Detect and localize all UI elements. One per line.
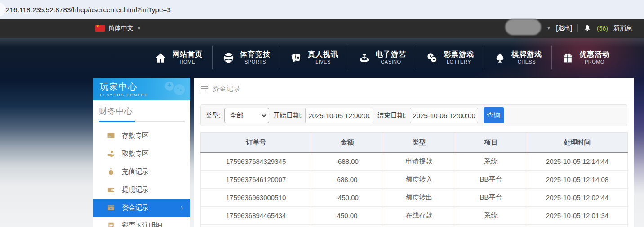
table-header-row: 订单号 金额 类型 项目 处理时间: [201, 133, 628, 153]
sidebar-header: 玩家中心 PLAYERS CENTER: [93, 78, 190, 100]
cell-process-time: 2025-10-05 12:14:08: [527, 171, 628, 189]
logout-button[interactable]: [退出]: [556, 24, 572, 32]
language-selector[interactable]: 简体中文 ▼: [95, 24, 141, 32]
sports-ball-icon: [222, 51, 235, 64]
nav-item-casino[interactable]: 电子游艺CASINO: [348, 46, 416, 69]
end-date-input[interactable]: [410, 108, 478, 123]
new-message-count[interactable]: (56): [597, 25, 608, 32]
user-chevron-down-icon[interactable]: ▼: [546, 26, 551, 31]
type-select-value: 全部: [230, 111, 243, 120]
spade-icon: [493, 51, 506, 64]
nav-label-zh: 体育竞技: [240, 50, 271, 59]
cell-process-time: 2025-10-05 12:14:44: [527, 153, 628, 171]
notification-bell-icon[interactable]: [583, 24, 591, 33]
sidebar-menu: 存款专区 取款专区 ¥ 充值记录 提现记录 资金记录 ›: [93, 127, 190, 227]
search-button[interactable]: 查询: [484, 107, 504, 123]
start-date-input[interactable]: [305, 108, 373, 123]
cell-item: 系统: [455, 153, 527, 171]
username-redacted-avatar[interactable]: [505, 19, 541, 35]
menu-icon[interactable]: [201, 86, 208, 91]
finance-section: 财务中心: [93, 100, 190, 122]
sidebar-item-label: 资金记录: [122, 204, 149, 212]
chevron-down-icon: ▼: [137, 26, 141, 31]
sidebar-item-fund-records[interactable]: 资金记录 ›: [93, 199, 190, 217]
sidebar-item-label: 充值记录: [122, 168, 149, 176]
cell-order-no: 1759637646120007: [201, 171, 311, 189]
table-row-partial: [201, 225, 628, 227]
cell-order-no: 1759637684329345: [201, 153, 311, 171]
header-type: 类型: [383, 133, 455, 153]
filter-bar: 类型: 全部 开始日期: 结束日期: 查询: [200, 104, 627, 126]
header-amount: 金额: [311, 133, 383, 153]
nav-label-en: HOME: [180, 59, 195, 65]
bank-card-icon: [107, 132, 115, 140]
sidebar-item-deposit[interactable]: 存款专区: [93, 127, 190, 145]
gift-icon: [561, 51, 574, 64]
sidebar-item-label: 彩票下注明细: [122, 222, 162, 227]
cell-type: 在线存款: [383, 207, 455, 225]
nav-item-chess[interactable]: 棋牌游戏CHESS: [484, 46, 552, 69]
header-process-time: 处理时间: [527, 133, 628, 153]
table-row: 1759637684329345 -688.00 申请提款 系统 2025-10…: [201, 153, 628, 171]
type-label: 类型:: [205, 111, 221, 120]
cell-item: 系统: [455, 207, 527, 225]
nav-item-lives[interactable]: 真人视讯LIVES: [280, 46, 348, 69]
sidebar-item-lottery-bet-details[interactable]: 彩票下注明细: [93, 217, 190, 227]
type-select[interactable]: 全部: [224, 108, 269, 123]
header-order-no: 订单号: [201, 133, 311, 153]
home-icon: [154, 51, 167, 64]
hand-money-icon: [107, 150, 115, 158]
browser-address-bar[interactable]: 216.118.235.52:8783/hhcp/usercenter.html…: [0, 0, 644, 19]
end-date-label: 结束日期:: [377, 111, 406, 120]
new-message-label[interactable]: 新消息: [613, 24, 632, 32]
sidebar-item-withdrawal-records[interactable]: 提现记录: [93, 181, 190, 199]
table-row: 1759636963000510 -450.00 额度转出 BB平台 2025-…: [201, 189, 628, 207]
nav-label-zh: 优惠活动: [579, 50, 610, 59]
fund-records-table: 订单号 金额 类型 项目 处理时间 1759637684329345 -688.…: [200, 132, 628, 227]
svg-text:¥: ¥: [111, 171, 112, 174]
lottery-balls-icon: [426, 51, 438, 64]
cell-type: 额度转出: [383, 189, 455, 207]
gamepad-icon: [162, 81, 186, 100]
cell-item: BB平台: [455, 171, 527, 189]
cell-amount: 450.00: [311, 207, 383, 225]
playing-cards-icon: [290, 51, 302, 64]
nav-item-sports[interactable]: 体育竞技SPORTS: [213, 46, 280, 69]
money-bag-icon: ¥: [107, 168, 115, 176]
nav-label-zh: 彩票游戏: [444, 50, 474, 59]
banknote-icon: [107, 204, 115, 212]
cell-type: 申请提款: [383, 153, 455, 171]
cell-amount: 688.00: [311, 171, 383, 189]
url-text[interactable]: 216.118.235.52:8783/hhcp/usercenter.html…: [6, 6, 171, 14]
sidebar-item-withdraw[interactable]: 取款专区: [93, 145, 190, 163]
browser-chrome-hint: [0, 3, 5, 16]
nav-label-zh: 网站首页: [172, 50, 203, 59]
site-top-bar: 简体中文 ▼ ▼ [退出] (56) 新消息: [0, 19, 644, 38]
nav-item-lottery[interactable]: 彩票游戏LOTTERY: [416, 46, 484, 69]
nav-item-home[interactable]: 网站首页HOME: [145, 46, 213, 69]
cell-order-no: 1759636963000510: [201, 189, 311, 207]
nav-label-en: CHESS: [518, 59, 536, 65]
breadcrumb-label: 资金记录: [212, 85, 241, 93]
nav-label-zh: 电子游艺: [376, 50, 406, 59]
chevron-right-icon: ›: [181, 204, 183, 212]
sidebar-item-label: 提现记录: [122, 186, 149, 194]
cell-item: BB平台: [455, 189, 527, 207]
wallet-icon: [107, 186, 115, 194]
main-content-panel: 资金记录 类型: 全部 开始日期: 结束日期: 查询 订单号 金额 类型 项目 …: [194, 78, 634, 227]
language-label: 简体中文: [108, 24, 133, 32]
cell-order-no: 1759636894465434: [201, 207, 311, 225]
sidebar-item-recharge-records[interactable]: ¥ 充值记录: [93, 163, 190, 181]
nav-label-zh: 真人视讯: [308, 50, 338, 59]
header-item: 项目: [455, 133, 527, 153]
nav-label-en: SPORTS: [244, 59, 266, 65]
main-navigation: 网站首页HOME 体育竞技SPORTS 真人视讯LIVES 电子游艺CASINO…: [145, 43, 619, 72]
cell-process-time: 2025-10-05 12:01:34: [527, 207, 628, 225]
finance-section-title: 财务中心: [99, 106, 185, 117]
nav-label-en: LIVES: [315, 59, 331, 65]
cell-amount: -688.00: [311, 153, 383, 171]
nav-label-en: LOTTERY: [447, 59, 471, 65]
cell-amount: -450.00: [311, 189, 383, 207]
nav-item-promo[interactable]: 优惠活动PROMO: [552, 46, 619, 69]
breadcrumb: 资金记录: [194, 78, 634, 100]
